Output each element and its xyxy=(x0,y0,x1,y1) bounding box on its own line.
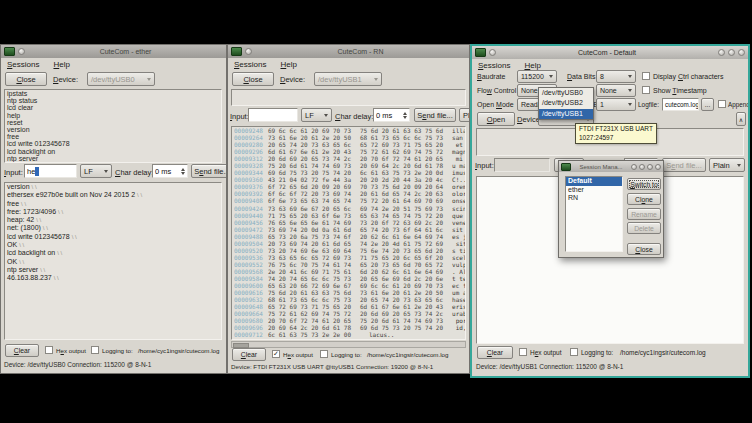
spinner-arrows-icon[interactable] xyxy=(403,112,407,119)
logfile-field[interactable]: cutecom.log xyxy=(662,98,699,111)
help-button[interactable] xyxy=(631,164,637,170)
history-item[interactable]: help xyxy=(5,112,221,119)
close-window-button[interactable] xyxy=(655,164,661,170)
hex-bytes: 6c 61 63 75 73 2e 20 0d xyxy=(360,169,443,176)
hex-output-checkbox[interactable] xyxy=(519,348,527,356)
logging-checkbox[interactable] xyxy=(570,348,578,356)
titlebar-menu-button[interactable] xyxy=(245,48,252,55)
hex-output-checkbox[interactable]: ✓ xyxy=(272,350,280,358)
window-cutecom-rn: CuteCom - RN Sessions Help Close Device:… xyxy=(227,44,470,374)
hex-output-label: Hex output xyxy=(56,347,86,354)
input-field[interactable]: he xyxy=(24,164,77,178)
session-item[interactable]: ether xyxy=(566,186,622,195)
clear-button[interactable]: Clear xyxy=(232,348,266,361)
clone-button[interactable]: Clone xyxy=(627,193,661,205)
history-item[interactable]: ipstats xyxy=(5,90,221,97)
minimize-button[interactable] xyxy=(718,49,725,56)
session-item[interactable]: Default xyxy=(566,177,622,186)
hex-offset: 00009376 xyxy=(234,183,263,190)
close-button[interactable]: Close xyxy=(5,72,47,86)
parity-value: None xyxy=(600,87,617,94)
logging-checkbox[interactable] xyxy=(320,350,328,358)
close-window-button[interactable] xyxy=(738,49,745,56)
output-text: lcd backlight on xyxy=(7,249,55,256)
dialog-titlebar[interactable]: Session Mana... xyxy=(559,161,663,172)
history-item[interactable]: lcd clear xyxy=(5,104,221,111)
char-delay-spinner[interactable]: 0 ms xyxy=(373,108,410,122)
command-history-list[interactable] xyxy=(231,89,466,106)
titlebar[interactable]: CuteCom - RN xyxy=(228,45,469,58)
menu-sessions[interactable]: Sessions xyxy=(7,60,39,69)
hex-row: 0000955276 75 6c 70 75 74 61 7465 20 73 … xyxy=(232,261,465,268)
minimize-button[interactable] xyxy=(639,164,645,170)
open-button[interactable]: Open xyxy=(477,112,515,126)
hex-ascii: mi est, xyxy=(452,155,466,162)
logging-checkbox[interactable] xyxy=(91,346,99,354)
chevron-down-icon xyxy=(374,78,378,81)
output-area[interactable]: version\ \ ethersex e927b0e built on Nov… xyxy=(4,182,222,340)
send-file-button[interactable]: Send file... xyxy=(414,108,456,122)
device-option[interactable]: /dev/ttyUSB0 xyxy=(539,88,593,98)
hex-bytes: 71 75 65 20 6c 65 6f 20 xyxy=(360,254,443,261)
baudrate-combo[interactable]: 115200 xyxy=(517,70,557,83)
session-item[interactable]: RN xyxy=(566,194,622,203)
horizontal-scrollbar[interactable] xyxy=(231,341,466,348)
hex-row: 0000958474 20 74 65 6c 6c 75 7320 65 6e … xyxy=(232,275,465,282)
hex-bytes: 6d 61 67 6e 61 2e 20 43 xyxy=(360,303,443,310)
input-field[interactable] xyxy=(494,158,550,172)
titlebar[interactable]: CuteCom - Default xyxy=(472,46,748,59)
display-ctrl-checkbox[interactable] xyxy=(642,72,650,80)
clear-button[interactable]: Clear xyxy=(5,344,39,357)
input-field[interactable] xyxy=(248,108,298,122)
menu-help[interactable]: Help xyxy=(280,60,296,69)
hex-output-checkbox[interactable] xyxy=(45,346,53,354)
append-checkbox[interactable] xyxy=(718,100,726,108)
hex-bytes: 69 6c 6c 61 20 69 70 73 xyxy=(268,127,351,134)
switch-to-button[interactable]: Switch to xyxy=(627,178,661,190)
hex-row: 000095682e 20 41 6c 69 71 75 616d 20 62 … xyxy=(232,268,465,275)
device-option[interactable]: /dev/ttyUSB2 xyxy=(539,98,593,108)
menu-help[interactable]: Help xyxy=(53,60,69,69)
history-item[interactable]: lcd write 012345678 xyxy=(5,140,221,147)
maximize-button[interactable] xyxy=(647,164,653,170)
menu-sessions[interactable]: Sessions xyxy=(478,61,510,70)
send-file-button[interactable]: Send file... xyxy=(662,158,706,172)
history-item[interactable]: ntp server xyxy=(5,155,221,162)
hex-output-area[interactable]: 0000924869 6c 6c 61 20 69 70 7375 6d 20 … xyxy=(231,126,466,340)
titlebar[interactable]: CuteCom - ether xyxy=(1,45,226,58)
history-item[interactable]: version xyxy=(5,126,221,133)
history-item[interactable]: lcd backlight on xyxy=(5,148,221,155)
show-timestamp-checkbox[interactable] xyxy=(642,86,650,94)
hex-bytes: 75 72 20 61 64 69 70 69 xyxy=(360,197,443,204)
device-option[interactable]: /dev/ttyUSB1 xyxy=(539,109,593,119)
device-combo[interactable]: /dev/ttyUSB0 xyxy=(87,72,155,86)
rename-button[interactable]: Rename xyxy=(627,208,661,220)
display-mode-combo[interactable]: Plain xyxy=(709,158,745,172)
history-item[interactable]: free xyxy=(5,133,221,140)
maximize-button[interactable] xyxy=(728,49,735,56)
data-bits-combo[interactable]: 8 xyxy=(596,70,636,83)
close-dialog-button[interactable]: Close xyxy=(627,243,661,255)
send-file-button[interactable]: Send file... xyxy=(191,164,227,178)
parity-combo[interactable]: None xyxy=(596,84,636,97)
history-item[interactable]: reset xyxy=(5,119,221,126)
line-ending-combo[interactable]: LF xyxy=(80,164,112,178)
clear-button[interactable]: Clear xyxy=(477,346,513,359)
browse-logfile-button[interactable]: ... xyxy=(701,98,714,111)
stop-bits-combo[interactable]: 1 xyxy=(596,98,636,111)
history-item[interactable]: ntp status xyxy=(5,97,221,104)
line-ending-combo[interactable]: LF xyxy=(301,108,332,122)
command-history-list[interactable]: ipstatsntp statuslcd clearhelpresetversi… xyxy=(4,89,222,163)
titlebar-menu-button[interactable] xyxy=(18,48,25,55)
titlebar-menu-button[interactable] xyxy=(489,49,496,56)
menu-sessions[interactable]: Sessions xyxy=(234,60,266,69)
collapse-settings-button[interactable]: ∧ xyxy=(736,112,746,126)
device-combo[interactable]: /dev/ttyUSB1 xyxy=(314,72,382,86)
close-button[interactable]: Close xyxy=(232,72,274,86)
session-list[interactable]: DefaultetherRN xyxy=(565,176,623,252)
char-delay-spinner[interactable]: 0 ms xyxy=(152,164,188,178)
display-mode-combo[interactable]: Plain xyxy=(459,108,470,122)
delete-button[interactable]: Delete xyxy=(627,222,661,234)
spinner-arrows-icon[interactable] xyxy=(181,168,185,175)
menu-help[interactable]: Help xyxy=(524,61,540,70)
